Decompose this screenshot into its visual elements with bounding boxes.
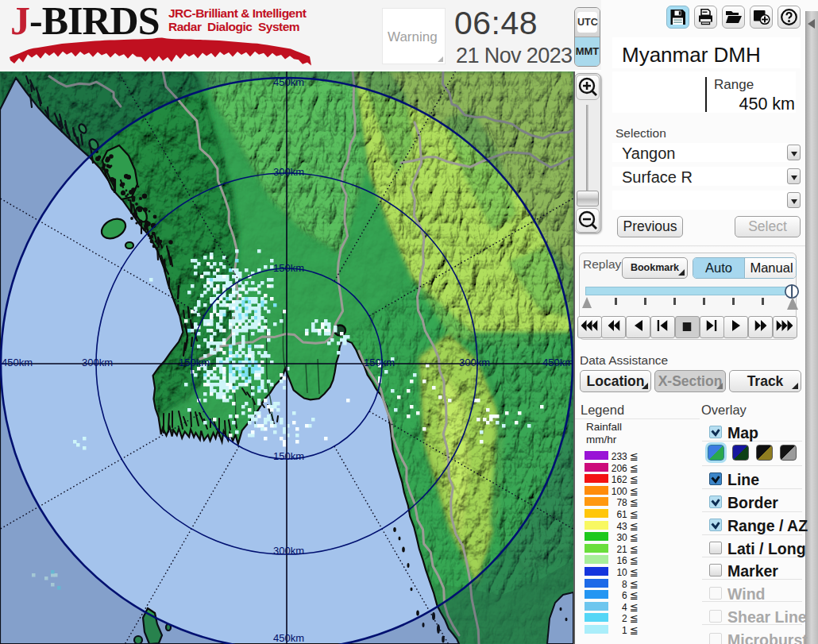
svg-text:450km: 450km [2, 357, 33, 368]
svg-text:150km: 150km [273, 262, 304, 274]
svg-text:450km: 450km [273, 632, 304, 644]
svg-text:450km: 450km [542, 357, 573, 368]
svg-text:150km: 150km [179, 357, 210, 368]
svg-text:300km: 300km [273, 545, 304, 557]
svg-text:300km: 300km [459, 357, 490, 368]
svg-text:150km: 150km [364, 357, 395, 368]
svg-text:300km: 300km [273, 166, 304, 178]
svg-text:150km: 150km [273, 450, 304, 462]
svg-text:450km: 450km [273, 76, 304, 88]
svg-text:300km: 300km [82, 357, 113, 368]
